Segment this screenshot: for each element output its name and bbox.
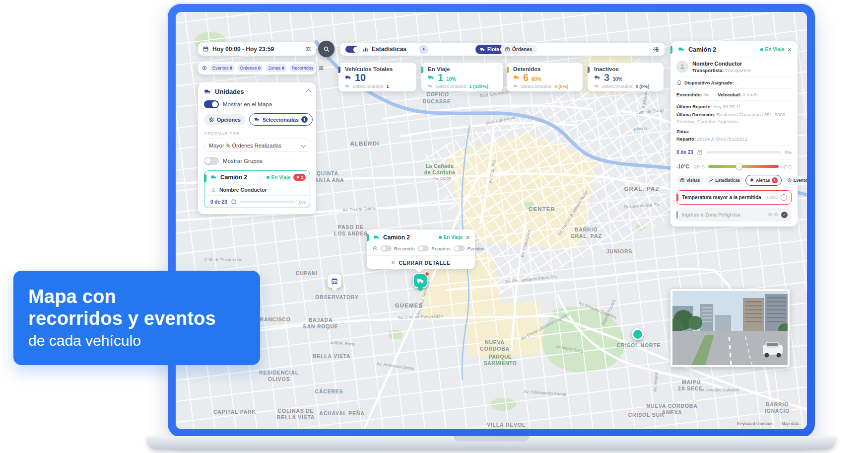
detail-tabs: Visitas Estadísticas Alertas 1 Eventos [676,174,792,190]
stat-pct: 30% [612,76,622,82]
stat-sub-label: Seleccionados: [521,83,552,89]
bell-icon [749,178,754,183]
temp-slider[interactable] [708,165,779,168]
street-view-art [672,291,788,365]
box-icon [680,178,685,183]
panel-accent-bar [670,46,672,54]
street-view-thumbnail[interactable] [670,289,790,367]
stat-card-total[interactable]: Vehículos Totales 10 Seleccionados: 1 [338,63,416,91]
filter-chip-ordenes[interactable]: Órdenes 0 [237,64,263,72]
check-icon: ✓ [781,212,788,218]
play-icon [421,47,426,52]
keyboard-shortcuts-link[interactable]: Keyboard shortcuts [737,421,773,426]
temp-slider-knob[interactable] [736,163,742,170]
stat-title: Vehículos Totales [345,66,411,72]
zone-row: Zona: - [676,126,792,135]
map-data-link[interactable]: Map data [782,421,799,426]
alert-dot [425,272,429,276]
options-button[interactable]: Opciones [204,114,245,125]
order-by-value: Mayor % Órdenes Realizadas [209,143,299,149]
alert-item-temperatura[interactable]: Temperatura mayor a la permitida 09:00 [676,190,792,205]
stats-toggle[interactable] [345,46,358,53]
close-icon[interactable]: × [466,233,470,241]
detail-vehicle-status: En Viaje [760,47,785,52]
sliders-icon[interactable] [652,46,660,53]
last-report-block: Último Reporte: Hoy 09:33:11 Última Dire… [676,100,792,126]
sliders-icon[interactable] [305,46,312,52]
box-icon [505,47,510,52]
alert-accent-bar [677,194,678,201]
play-button[interactable] [419,45,428,54]
alert-accent-bar [676,211,678,219]
truck-icon [594,83,600,89]
vehicle-marker[interactable] [413,273,428,288]
truck-icon [513,74,520,81]
stat-title: Inactivos [594,66,659,72]
orders-progress-bar [240,201,295,203]
filter-chip-zonas[interactable]: Zonas 0 [266,64,287,72]
show-groups-toggle[interactable] [204,157,219,165]
orders-progress-text: 0 de 23 [210,199,227,205]
vehicle-name: Camión 2 [220,174,264,181]
store-icon [331,277,338,285]
ordenes-tab[interactable]: Órdenes [500,45,537,54]
tab-visitas[interactable]: Visitas [676,176,703,185]
driver-name: Nombre Conductor [219,187,267,193]
detail-progress-bar [706,151,781,153]
chevron-up-icon[interactable] [306,89,311,94]
vehicle-accent-bar [204,174,206,182]
vehicle-detail-panel: Camión 2 En Viaje × Nombre Conductor Tra… [670,41,798,226]
eventos-toggle[interactable] [454,245,465,251]
popup-vehicle-status: En Viaje [439,234,463,240]
radio-unchecked-icon[interactable] [781,194,787,201]
repartos-label: Repartos [431,246,451,251]
stat-card-en-viaje[interactable]: En Viaje 1 10% Seleccionados: 1 (100%) [421,63,503,91]
detail-progress-row: 0 de 23 0% [676,145,792,159]
truck-icon [428,74,435,81]
tab-alertas[interactable]: Alertas 1 [745,175,782,186]
stat-accent-bar [421,67,423,73]
stopped-vehicle-marker[interactable] [632,328,644,340]
filter-chip-eventos[interactable]: Eventos 0 [210,64,235,72]
date-range-bar[interactable]: Hoy 00:00 - Hoy 23:59 [198,42,316,56]
tab-estadisticas[interactable]: Estadísticas [705,176,743,185]
close-icon: × [392,260,395,266]
sliders-icon[interactable] [318,65,324,71]
order-by-select[interactable]: Mayor % Órdenes Realizadas [204,139,310,152]
truck-icon [428,83,433,89]
branch-marker[interactable] [328,274,341,288]
flota-tab[interactable]: Flota [475,45,504,54]
truck-icon [480,47,485,52]
repartos-toggle[interactable] [418,245,429,251]
stat-card-inactivos[interactable]: Inactivos 3 30% Seleccionados: 0 (0%) [588,63,664,91]
show-groups-label: Mostrar Grupos [223,158,263,164]
target-icon [372,245,378,251]
order-by-label: ORDENAR POR [204,131,310,136]
close-detail-button[interactable]: × CERRAR DETALLE [367,256,475,266]
map-attribution: Keyboard shortcuts Map data [737,421,799,426]
unidades-title: Unidades [215,88,303,95]
status-dot [439,236,442,239]
selected-units-button[interactable]: Seleccionadas 1 [249,113,313,126]
top-toolbar: Estadísticas Flota Órdenes [340,43,665,56]
popup-vehicle-name: Camión 2 [383,234,436,241]
truck-icon [345,74,352,81]
stat-title: En Viaje [428,66,498,72]
truck-icon [204,88,211,95]
vehicle-list-item[interactable]: Camión 2 En Viaje 1 Nombre Conductor 0 d… [204,170,310,208]
temp-current: -10°C [676,164,689,169]
person-icon [210,187,216,193]
search-icon [323,45,330,53]
laptop-base [147,436,836,450]
recorrido-toggle[interactable] [381,245,392,251]
calendar-icon [202,46,209,52]
stat-card-detenidos[interactable]: Detenidos 6 60% Seleccionados: 0 (0%) [507,63,583,91]
tab-eventos[interactable]: Eventos [784,176,807,185]
search-button[interactable] [318,41,334,57]
filter-chip-recorridos[interactable]: Recorridos [289,64,316,72]
truck-icon [678,46,685,53]
unidades-panel: Unidades Mostrar en el Mapa Opciones Sel… [198,82,316,214]
show-on-map-toggle[interactable] [204,100,219,108]
alert-item-zona[interactable]: Ingreso a Zona Peligrosa 09:00 ✓ [676,208,792,222]
close-icon[interactable]: × [787,46,792,53]
